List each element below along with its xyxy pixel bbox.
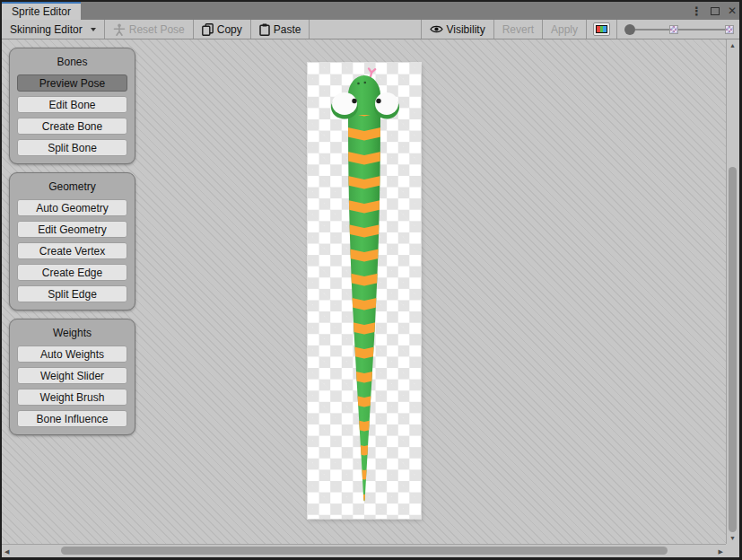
bones-panel-title: Bones: [17, 56, 127, 68]
snake-left-pupil: [352, 99, 356, 103]
preview-pose-button[interactable]: Preview Pose: [17, 74, 127, 92]
paste-button[interactable]: Paste: [251, 20, 310, 39]
auto-geometry-button[interactable]: Auto Geometry: [17, 199, 127, 216]
reset-pose-label: Reset Pose: [129, 23, 185, 36]
toolbar: Skinning Editor Reset Pose Copy Pa: [2, 20, 739, 39]
slider-knob[interactable]: [624, 24, 635, 35]
copy-button[interactable]: Copy: [194, 20, 250, 39]
edit-bone-button[interactable]: Edit Bone: [17, 96, 127, 113]
geometry-panel-title: Geometry: [17, 180, 127, 193]
revert-label: Revert: [502, 23, 534, 36]
tab-label: Sprite Editor: [12, 5, 71, 18]
copy-label: Copy: [217, 23, 242, 36]
scroll-up-arrow-icon[interactable]: ▲: [729, 42, 736, 48]
bones-panel: Bones Preview Pose Edit Bone Create Bone…: [9, 48, 135, 164]
tab-sprite-editor[interactable]: Sprite Editor: [2, 2, 81, 20]
snake-stripes: [323, 115, 406, 514]
split-edge-button[interactable]: Split Edge: [17, 285, 127, 302]
scroll-right-arrow-icon[interactable]: ▶: [719, 548, 723, 555]
color-overlay-button[interactable]: [593, 22, 610, 36]
close-icon[interactable]: ✕: [728, 5, 737, 16]
snake-right-eye: [375, 92, 398, 115]
horizontal-scrollbar[interactable]: ◀ ▶: [2, 544, 726, 557]
geometry-panel: Geometry Auto Geometry Edit Geometry Cre…: [9, 172, 135, 311]
scrollbar-corner: [726, 544, 739, 557]
reset-pose-button[interactable]: Reset Pose: [105, 20, 193, 39]
reset-pose-icon: [113, 23, 126, 36]
snake-sprite: [308, 63, 421, 519]
snake-nostril: [357, 83, 360, 85]
apply-label: Apply: [551, 23, 578, 36]
create-bone-button[interactable]: Create Bone: [17, 118, 127, 135]
paste-icon: [259, 23, 270, 36]
skinning-editor-dropdown[interactable]: Skinning Editor: [2, 20, 104, 39]
scroll-left-arrow-icon[interactable]: ◀: [4, 548, 9, 555]
horizontal-scroll-thumb[interactable]: [61, 547, 668, 555]
bone-influence-button[interactable]: Bone Influence: [17, 410, 127, 427]
vertical-scroll-thumb[interactable]: [729, 167, 737, 532]
weights-panel-title: Weights: [17, 327, 127, 339]
maximize-icon[interactable]: [711, 7, 720, 15]
window-controls: ⋮ ✕: [691, 2, 737, 20]
pattern-swatch-large-icon[interactable]: [725, 25, 734, 34]
visibility-label: Visibility: [447, 23, 485, 36]
create-edge-button[interactable]: Create Edge: [17, 264, 127, 281]
weights-panel: Weights Auto Weights Weight Slider Weigh…: [9, 319, 135, 435]
weight-slider-button[interactable]: Weight Slider: [17, 367, 127, 384]
rgb-swatch-icon: [596, 25, 607, 33]
eye-icon: [430, 24, 443, 34]
titlebar: Sprite Editor ⋮ ✕: [2, 2, 739, 20]
edit-geometry-button[interactable]: Edit Geometry: [17, 221, 127, 238]
snake-left-eye: [332, 92, 357, 115]
paste-label: Paste: [274, 23, 301, 36]
apply-button[interactable]: Apply: [543, 20, 586, 39]
sprite-canvas[interactable]: [308, 63, 421, 519]
slider-track[interactable]: [635, 29, 669, 31]
slider-track[interactable]: [678, 29, 725, 31]
split-bone-button[interactable]: Split Bone: [17, 139, 127, 156]
toolbar-separator: [309, 20, 310, 39]
chevron-down-icon: [91, 28, 96, 31]
auto-weights-button[interactable]: Auto Weights: [17, 346, 127, 363]
toolbar-separator: [586, 20, 587, 39]
sprite-editor-window: Sprite Editor ⋮ ✕ Skinning Editor Reset …: [0, 0, 742, 560]
vertical-scrollbar[interactable]: ▲ ▼: [726, 39, 739, 544]
editor-viewport[interactable]: Bones Preview Pose Edit Bone Create Bone…: [2, 39, 726, 544]
copy-icon: [202, 23, 214, 36]
visibility-button[interactable]: Visibility: [422, 20, 493, 39]
skinning-editor-label: Skinning Editor: [10, 23, 83, 36]
menu-kebab-icon[interactable]: ⋮: [691, 5, 703, 17]
revert-button[interactable]: Revert: [494, 20, 542, 39]
create-vertex-button[interactable]: Create Vertex: [17, 242, 127, 259]
pattern-swatch-small-icon[interactable]: [669, 25, 678, 34]
scroll-down-arrow-icon[interactable]: ▼: [729, 535, 736, 541]
opacity-slider[interactable]: [617, 24, 739, 35]
snake-nostril: [364, 82, 367, 84]
snake-right-pupil: [376, 99, 380, 103]
weight-brush-button[interactable]: Weight Brush: [17, 389, 127, 406]
